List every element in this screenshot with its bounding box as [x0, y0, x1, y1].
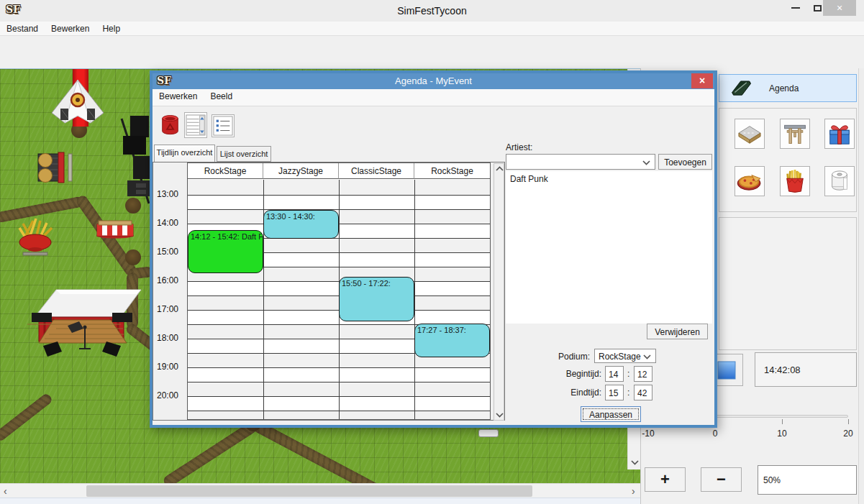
fries-icon — [783, 168, 806, 194]
tab-tijdlijn-overzicht[interactable]: Tijdlijn overzicht — [154, 145, 215, 162]
scrollbar-thumb[interactable] — [86, 485, 532, 497]
timeline-view-button[interactable] — [184, 112, 207, 138]
minus-icon: − — [717, 470, 726, 489]
burger-stand[interactable] — [32, 148, 76, 187]
scroll-down-icon[interactable] — [496, 413, 504, 418]
main-stage[interactable] — [27, 287, 146, 367]
sound-rig[interactable] — [119, 116, 152, 209]
menu-bestand[interactable]: Bestand — [0, 22, 45, 36]
begin-hour-field[interactable]: 14 — [605, 366, 624, 382]
info-groupbox — [719, 217, 857, 350]
pizza-icon — [736, 170, 763, 192]
end-time-label: Eindtijd: — [538, 388, 601, 398]
scroll-right-icon[interactable]: › — [632, 485, 635, 497]
slider-tick — [848, 419, 849, 424]
scroll-down-icon[interactable] — [631, 460, 639, 465]
artist-dropdown[interactable] — [506, 154, 655, 170]
tab-lijst-overzicht[interactable]: Lijst overzicht — [217, 146, 271, 162]
dialog-menu-bewerken[interactable]: Bewerken — [153, 89, 204, 104]
schedule-event[interactable]: 13:30 - 14:30: — [263, 210, 339, 239]
hour-label: 18:00 — [157, 333, 186, 343]
hour-label: 16:00 — [157, 275, 186, 285]
toilet-paper-icon — [828, 169, 851, 193]
stage-column-header: RockStage — [188, 163, 263, 179]
menu-help[interactable]: Help — [96, 22, 127, 36]
schedule-event[interactable]: 15:50 - 17:22: — [339, 277, 414, 321]
end-hour-field[interactable]: 15 — [605, 385, 624, 400]
dialog-close-button[interactable]: × — [691, 73, 713, 88]
zoom-level-field[interactable]: 50% — [758, 465, 857, 495]
chevron-down-icon — [643, 354, 651, 359]
schedule-grid[interactable]: RockStageJazzyStageClassicStageRockStage… — [187, 162, 491, 420]
shop-gift-button[interactable] — [824, 119, 855, 149]
schedule-scrollbar[interactable] — [494, 163, 504, 421]
map-horizontal-scrollbar[interactable]: ‹ › — [0, 483, 640, 498]
maximize-icon — [814, 5, 822, 12]
scroll-up-icon[interactable] — [496, 166, 504, 171]
close-icon: × — [699, 75, 705, 86]
apply-button[interactable]: Aanpassen — [581, 406, 641, 422]
dialog-titlebar[interactable]: SF Agenda - MyEvent × — [153, 73, 714, 89]
striped-stall[interactable] — [96, 220, 135, 239]
app-window: SF SimFestTycoon × BestandBewerkenHelp — [0, 0, 864, 504]
hour-label: 13:00 — [157, 189, 186, 199]
schedule-body[interactable]: 14:12 - 15:42: Daft P13:30 - 14:30:15:50… — [188, 180, 490, 419]
artist-list[interactable]: Daft Punk — [506, 171, 712, 324]
agenda-button[interactable]: Agenda — [719, 74, 857, 102]
shop-path-tile-button[interactable] — [735, 119, 765, 149]
slider-tick — [782, 419, 783, 424]
stage-column-header: RockStage — [414, 163, 490, 179]
close-icon: × — [837, 2, 842, 14]
list-view-icon — [213, 116, 233, 136]
torii-gate-icon — [782, 122, 808, 146]
dirt-path[interactable] — [162, 420, 259, 483]
artist-list-item[interactable]: Daft Punk — [506, 171, 712, 187]
shop-pizza-button[interactable] — [735, 166, 765, 196]
status-strip — [0, 498, 640, 504]
scroll-left-icon[interactable]: ‹ — [4, 485, 7, 497]
podium-dropdown[interactable]: RockStage — [594, 349, 656, 363]
hour-label: 15:00 — [157, 247, 186, 257]
stage-column-header: JazzyStage — [263, 163, 339, 179]
blue-square-icon — [717, 361, 736, 380]
dirt-path[interactable] — [252, 420, 406, 483]
end-minute-field[interactable]: 42 — [634, 385, 652, 400]
close-button[interactable]: × — [823, 0, 856, 16]
hour-label: 20:00 — [157, 390, 186, 400]
main-menubar: BestandBewerkenHelp — [0, 22, 864, 36]
podium-dropdown-value: RockStage — [599, 352, 641, 362]
stage-column-header: ClassicStage — [339, 163, 414, 179]
dirt-path[interactable] — [0, 392, 54, 442]
begin-minute-field[interactable]: 12 — [634, 366, 652, 382]
shop-torii-gate-button[interactable] — [780, 119, 810, 149]
window-titlebar[interactable]: SF SimFestTycoon × — [0, 0, 864, 22]
schedule-event[interactable]: 17:27 - 18:37: — [414, 324, 490, 357]
slider-label: 20 — [836, 429, 860, 439]
sidebar-scrollbar[interactable] — [858, 68, 864, 504]
clock-value: 14:42:08 — [764, 365, 801, 375]
shop-fries-button[interactable] — [780, 166, 810, 196]
end-colon: : — [627, 388, 629, 398]
dialog-menu-beeld[interactable]: Beeld — [204, 89, 239, 104]
dialog-toolbar — [153, 106, 714, 145]
begin-time-label: Begintijd: — [538, 369, 601, 379]
hour-label: 17:00 — [157, 304, 186, 314]
festival-tent[interactable] — [47, 78, 108, 124]
shop-toilet-paper-button[interactable] — [824, 166, 855, 196]
chevron-down-icon — [642, 160, 650, 165]
zoom-in-button[interactable]: + — [645, 467, 686, 492]
schedule-event[interactable]: 14:12 - 15:42: Daft P — [188, 230, 263, 273]
delete-event-button[interactable] — [158, 112, 182, 138]
list-view-button[interactable] — [212, 114, 235, 137]
slider-label: -10 — [636, 429, 660, 439]
remove-artist-button[interactable]: Verwijderen — [647, 324, 708, 339]
menu-bewerken[interactable]: Bewerken — [45, 22, 96, 36]
hour-label: 14:00 — [157, 218, 186, 228]
zoom-out-button[interactable]: − — [701, 467, 742, 492]
truck[interactable] — [478, 429, 499, 437]
add-artist-button[interactable]: Toevoegen — [658, 154, 712, 170]
schedule-panel: 13:0014:0015:0016:0017:0018:0019:0020:00… — [153, 162, 505, 421]
fries-stand[interactable] — [16, 216, 56, 257]
path-tile-icon — [736, 122, 763, 145]
minimize-button[interactable] — [786, 0, 806, 16]
